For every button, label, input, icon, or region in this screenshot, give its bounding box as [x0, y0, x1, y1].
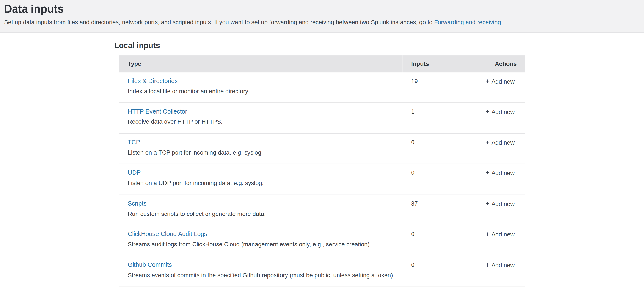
actions-cell: +Add new — [452, 261, 525, 281]
type-cell: UDP Listen on a UDP port for incoming da… — [119, 169, 402, 189]
input-type-link[interactable]: ClickHouse Cloud Audit Logs — [128, 230, 207, 237]
input-type-description: Run custom scripts to collect or generat… — [128, 210, 402, 218]
add-new-label: Add new — [492, 109, 514, 115]
page-title: Data inputs — [4, 3, 636, 16]
plus-icon: + — [486, 139, 489, 146]
actions-cell: +Add new — [452, 169, 525, 189]
table-row: HTTP Event Collector Receive data over H… — [119, 103, 525, 134]
input-type-link[interactable]: Scripts — [128, 200, 146, 207]
plus-icon: + — [486, 261, 489, 269]
subtitle-text-period: . — [501, 19, 503, 26]
table-row: Github Commits Streams events of commits… — [119, 256, 525, 287]
table-row: TCP Listen on a TCP port for incoming da… — [119, 134, 525, 164]
input-type-description: Listen on a TCP port for incoming data, … — [128, 149, 402, 157]
column-header-inputs: Inputs — [402, 56, 452, 72]
type-cell: Scripts Run custom scripts to collect or… — [119, 200, 402, 219]
input-type-link[interactable]: TCP — [128, 138, 140, 145]
add-new-label: Add new — [492, 78, 514, 85]
add-new-label: Add new — [492, 262, 514, 268]
actions-cell: +Add new — [452, 138, 525, 158]
plus-icon: + — [486, 200, 489, 207]
add-new-link[interactable]: +Add new — [486, 139, 514, 146]
inputs-count: 19 — [402, 77, 452, 97]
inputs-count: 0 — [402, 138, 452, 158]
add-new-label: Add new — [492, 170, 514, 176]
add-new-link[interactable]: +Add new — [486, 78, 514, 85]
forwarding-and-receiving-link[interactable]: Forwarding and receiving — [434, 19, 501, 26]
add-new-label: Add new — [492, 201, 514, 207]
plus-icon: + — [486, 78, 489, 85]
add-new-link[interactable]: +Add new — [486, 262, 514, 268]
input-type-link[interactable]: Files & Directories — [128, 77, 178, 84]
column-header-type: Type — [119, 56, 402, 72]
input-type-link[interactable]: Github Commits — [128, 261, 172, 268]
main-content: Local inputs Type Inputs Actions Files &… — [0, 33, 644, 287]
inputs-count: 0 — [402, 230, 452, 250]
table-row: Scripts Run custom scripts to collect or… — [119, 195, 525, 225]
input-type-description: Listen on a UDP port for incoming data, … — [128, 179, 402, 187]
page-subtitle: Set up data inputs from files and direct… — [4, 19, 636, 26]
data-inputs-page: Data inputs Set up data inputs from file… — [0, 0, 644, 288]
add-new-link[interactable]: +Add new — [486, 201, 514, 207]
add-new-link[interactable]: +Add new — [486, 170, 514, 176]
plus-icon: + — [486, 108, 489, 116]
actions-cell: +Add new — [452, 108, 525, 128]
inputs-count: 1 — [402, 108, 452, 128]
subtitle-text: Set up data inputs from files and direct… — [4, 19, 434, 26]
table-row: Files & Directories Index a local file o… — [119, 72, 525, 103]
input-type-description: Index a local file or monitor an entire … — [128, 87, 402, 95]
add-new-label: Add new — [492, 231, 514, 238]
type-cell: HTTP Event Collector Receive data over H… — [119, 108, 402, 128]
input-type-link[interactable]: HTTP Event Collector — [128, 108, 187, 115]
inputs-count: 0 — [402, 169, 452, 189]
add-new-label: Add new — [492, 139, 514, 146]
type-cell: TCP Listen on a TCP port for incoming da… — [119, 138, 402, 158]
input-type-description: Receive data over HTTP or HTTPS. — [128, 118, 402, 126]
actions-cell: +Add new — [452, 200, 525, 219]
plus-icon: + — [486, 231, 489, 238]
column-header-actions: Actions — [452, 56, 525, 72]
add-new-link[interactable]: +Add new — [486, 109, 514, 115]
inputs-table-body: Files & Directories Index a local file o… — [119, 72, 525, 287]
local-inputs-heading: Local inputs — [114, 41, 644, 50]
add-new-link[interactable]: +Add new — [486, 231, 514, 238]
page-header: Data inputs Set up data inputs from file… — [0, 0, 644, 33]
input-type-link[interactable]: UDP — [128, 169, 140, 176]
type-cell: ClickHouse Cloud Audit Logs Streams audi… — [119, 230, 402, 250]
actions-cell: +Add new — [452, 77, 525, 97]
type-cell: Github Commits Streams events of commits… — [119, 261, 402, 281]
local-inputs-table: Type Inputs Actions Files & Directories … — [119, 56, 525, 287]
inputs-count: 37 — [402, 200, 452, 219]
input-type-description: Streams events of commits in the specifi… — [128, 271, 402, 279]
table-header-row: Type Inputs Actions — [119, 56, 525, 72]
input-type-description: Streams audit logs from ClickHouse Cloud… — [128, 241, 402, 248]
plus-icon: + — [486, 169, 489, 177]
inputs-count: 0 — [402, 261, 452, 281]
table-row: UDP Listen on a UDP port for incoming da… — [119, 164, 525, 195]
type-cell: Files & Directories Index a local file o… — [119, 77, 402, 97]
table-row: ClickHouse Cloud Audit Logs Streams audi… — [119, 225, 525, 256]
actions-cell: +Add new — [452, 230, 525, 250]
